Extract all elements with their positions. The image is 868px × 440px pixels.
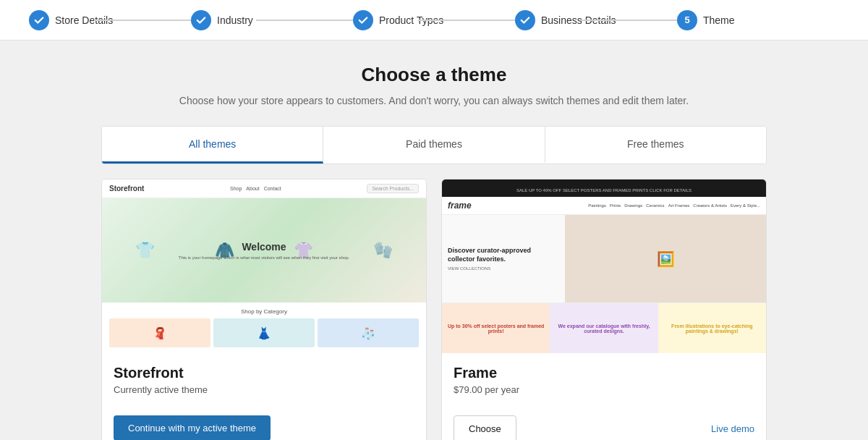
sf-nav-shop: Shop [230, 186, 242, 191]
cloth-4: 🧤 [373, 241, 393, 260]
storefront-actions: Continue with my active theme [102, 407, 426, 440]
fr-hero-left: Discover curator-approved collector favo… [442, 215, 565, 302]
fr-hero-right: 🖼️ [565, 215, 766, 302]
storefront-name: Storefront [114, 365, 414, 381]
step-business-details: Business Details [515, 10, 677, 30]
frame-price: $79.00 per year [454, 384, 754, 395]
step-label-theme: Theme [703, 14, 735, 26]
fr-top-banner: SALE UP TO 40% OFF SELECT POSTERS AND FR… [442, 179, 766, 197]
sf-cat-items: 🧣 👗 🧦 [109, 318, 419, 347]
storefront-status: Currently active theme [114, 384, 414, 395]
fr-header: frame Paintings Prints Drawings Ceramics… [442, 197, 766, 215]
fr-logo: frame [448, 200, 472, 211]
tabs-container: All themes Paid themes Free themes [101, 126, 767, 164]
fr-nav: Paintings Prints Drawings Ceramics Art F… [588, 203, 760, 208]
sf-logo: Storefront [109, 185, 144, 192]
fr-hero-subtitle: VIEW COLLECTIONS [448, 266, 559, 271]
step-label-business-details: Business Details [541, 14, 616, 26]
sf-cat-3: 🧦 [318, 318, 419, 347]
frame-preview-mockup: SALE UP TO 40% OFF SELECT POSTERS AND FR… [442, 179, 766, 353]
step-icon-business-details [515, 10, 535, 30]
cloth-1: 👕 [135, 241, 155, 260]
page-subtitle: Choose how your store appears to custome… [101, 93, 767, 109]
theme-preview-frame: SALE UP TO 40% OFF SELECT POSTERS AND FR… [442, 179, 766, 353]
fr-nav-3: Drawings [624, 203, 642, 208]
sf-cat-label: Shop by Category [109, 308, 419, 315]
fr-promo-row: Up to 30% off select posters and framed … [442, 302, 766, 353]
themes-grid: Storefront Shop About Contact Search Pro… [101, 179, 767, 440]
fr-nav-5: Art Frames [668, 203, 690, 208]
step-theme: 5 Theme [677, 10, 839, 30]
fr-nav-7: Every & Style... [731, 203, 760, 208]
step-label-product-types: Product Types [379, 14, 443, 26]
fr-nav-6: Creators & Artists [693, 203, 727, 208]
step-product-types: Product Types [353, 10, 515, 30]
fr-hero: Discover curator-approved collector favo… [442, 215, 766, 302]
sf-desc: This is your homepage which is what most… [179, 255, 349, 260]
frame-info: Frame $79.00 per year [442, 353, 766, 407]
sf-nav-contact: Contact [264, 186, 281, 191]
storefront-preview-mockup: Storefront Shop About Contact Search Pro… [102, 179, 426, 353]
sf-cat-1: 🧣 [109, 318, 210, 347]
sf-nav-about: About [246, 186, 259, 191]
main-content: Choose a theme Choose how your store app… [87, 41, 781, 440]
fr-nav-4: Ceramics [646, 203, 664, 208]
frame-actions: Choose Live demo [442, 407, 766, 440]
tab-paid-themes[interactable]: Paid themes [323, 127, 545, 164]
tab-all-themes[interactable]: All themes [102, 127, 323, 164]
sf-nav: Shop About Contact [230, 186, 281, 191]
step-label-industry: Industry [217, 14, 253, 26]
step-industry: Industry [191, 10, 353, 30]
sf-welcome: Welcome [242, 241, 286, 253]
sf-search: Search Products... [367, 184, 419, 193]
fr-nav-2: Prints [610, 203, 621, 208]
fr-nav-1: Paintings [588, 203, 606, 208]
step-icon-industry [191, 10, 211, 30]
fr-hero-title: Discover curator-approved collector favo… [448, 247, 559, 263]
choose-frame-button[interactable]: Choose [454, 415, 516, 440]
sf-categories: Shop by Category 🧣 👗 🧦 [102, 302, 426, 353]
sf-cat-2: 👗 [213, 318, 315, 347]
theme-preview-storefront: Storefront Shop About Contact Search Pro… [102, 179, 426, 353]
step-label-store-details: Store Details [55, 14, 113, 26]
tab-free-themes[interactable]: Free themes [545, 127, 766, 164]
storefront-info: Storefront Currently active theme [102, 353, 426, 407]
step-store-details: Store Details [29, 10, 191, 30]
fr-promo-1: Up to 30% off select posters and framed … [442, 303, 550, 353]
fr-top-text: SALE UP TO 40% OFF SELECT POSTERS AND FR… [516, 188, 692, 192]
sf-header: Storefront Shop About Contact Search Pro… [102, 179, 426, 198]
step-icon-store-details [29, 10, 49, 30]
frame-live-demo-link[interactable]: Live demo [711, 423, 754, 434]
fr-promo-3: From illustrations to eye-catching paint… [658, 303, 766, 353]
frame-name: Frame [454, 365, 754, 381]
continue-active-theme-button[interactable]: Continue with my active theme [114, 415, 271, 440]
step-icon-theme: 5 [677, 10, 697, 30]
stepper: Store Details Industry Product Types Bus… [0, 0, 868, 41]
theme-card-storefront: Storefront Shop About Contact Search Pro… [101, 179, 427, 440]
page-heading: Choose a theme Choose how your store app… [101, 64, 767, 109]
theme-card-frame: SALE UP TO 40% OFF SELECT POSTERS AND FR… [441, 179, 767, 440]
sf-hero: 👕 🧥 👚 🧤 Welcome This is your homepage wh… [102, 198, 426, 302]
page-title: Choose a theme [101, 64, 767, 86]
step-icon-product-types [353, 10, 373, 30]
fr-promo-2: We expand our catalogue with freshly, cu… [550, 303, 658, 353]
